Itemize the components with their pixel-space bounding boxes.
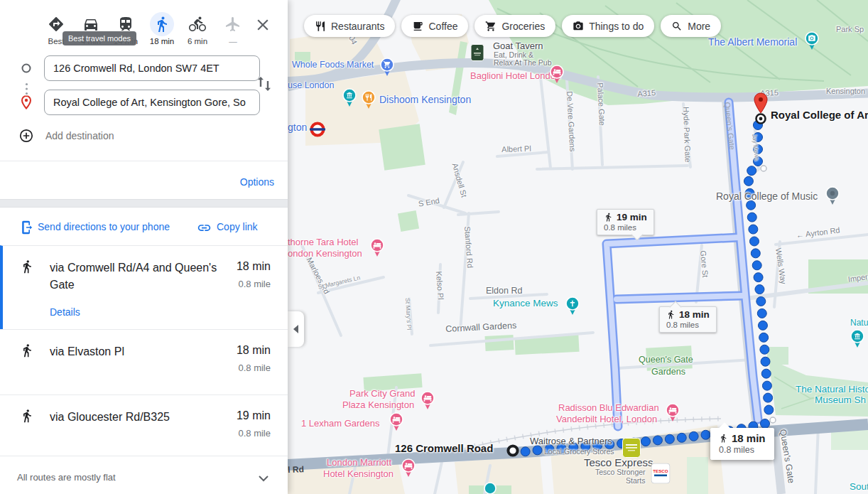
map-label: gton	[288, 122, 307, 133]
map-label: The Natural Histo	[796, 385, 868, 395]
section-divider	[0, 199, 288, 208]
map-label: Local Grocery Stores	[544, 448, 614, 456]
map-label: Hotel Kensington	[323, 469, 394, 479]
bike-icon	[185, 12, 210, 36]
teal-dot	[484, 482, 497, 494]
chip-more[interactable]: More	[661, 15, 721, 37]
route-time: 18 min	[237, 260, 271, 273]
map-label: Park City Grand	[349, 389, 415, 399]
map-route-badge-3[interactable]: 18 min0.8 miles	[710, 428, 774, 460]
tesco-logo: TESCO	[651, 463, 671, 487]
map-label: 126 Cromwell Road	[395, 443, 493, 455]
map-route-badge-2[interactable]: 18 min0.8 miles	[659, 306, 717, 333]
chip-restaurants[interactable]: Restaurants	[304, 15, 395, 37]
add-destination-button[interactable]: Add destination	[0, 125, 288, 148]
map-route-badge-1[interactable]: 19 min0.8 miles	[597, 209, 654, 235]
chip-label: Coffee	[428, 21, 457, 32]
map-label: Whole Foods Market	[292, 60, 374, 70]
send-directions-link[interactable]: Send directions to your phone	[38, 221, 170, 232]
route-time: 18 min	[237, 344, 271, 357]
routes-flat-label: All routes are mostly flat	[17, 472, 116, 483]
close-directions-button[interactable]	[254, 16, 272, 34]
map-label: Waitrose & Partners	[530, 436, 612, 446]
badge-distance: 0.8 miles	[719, 445, 766, 455]
copy-link-button[interactable]: Copy link	[217, 221, 258, 232]
route-distance: 0.8 mile	[238, 428, 271, 439]
badge-time: 18 min	[679, 309, 710, 320]
chip-label: More	[688, 21, 710, 32]
route-option-1[interactable]: via Cromwell Rd/A4 and Queen's Gate18 mi…	[0, 245, 288, 329]
bed-pin	[421, 391, 435, 413]
walk-icon	[719, 434, 728, 443]
options-link[interactable]: Options	[240, 176, 274, 188]
map-label: use London	[288, 81, 334, 91]
google-maps-directions-app: Whole Foods Marketuse LondonDishoom Kens…	[0, 0, 868, 494]
route-options-list: via Cromwell Rd/A4 and Queen's Gate18 mi…	[0, 245, 288, 458]
route-option-2[interactable]: via Elvaston Pl18 min0.8 mile	[0, 329, 288, 394]
chip-coffee[interactable]: Coffee	[401, 15, 468, 37]
mode-walk-button[interactable]: 18 min	[145, 12, 179, 45]
chip-label: Restaurants	[331, 21, 384, 32]
map-label: Tesco Stronger	[595, 468, 646, 477]
route-title: via Gloucester Rd/B325	[50, 409, 229, 426]
walk-icon	[604, 213, 613, 222]
map-label: Plaza Kensington	[342, 400, 414, 410]
walk-icon	[20, 409, 34, 426]
map-label: Natu	[850, 318, 868, 328]
camera-pin	[805, 31, 819, 53]
chevron-left-icon	[293, 325, 298, 333]
map-label: ondon Kensington	[288, 249, 362, 259]
chip-things-to-do[interactable]: Things to do	[562, 15, 654, 37]
map-label: Queen's Gate	[639, 355, 693, 365]
map-label: Museum Sh	[815, 395, 866, 406]
map-label: l Rd	[288, 465, 304, 475]
destination-pin-icon	[20, 95, 33, 112]
chip-label: Groceries	[501, 21, 545, 32]
map-label: Vanderbilt Hotel, London	[556, 414, 657, 424]
goat-logo	[471, 44, 484, 64]
gray-pin	[825, 186, 840, 208]
walk-icon	[20, 259, 34, 276]
map-label: Sout	[850, 482, 868, 493]
badge-time: 18 min	[732, 432, 766, 444]
send-row: Send directions to your phone Copy link	[0, 213, 288, 245]
route-distance: 0.8 mile	[238, 363, 271, 373]
bed-pin	[370, 238, 384, 260]
mode-flight-button[interactable]: —	[216, 12, 250, 45]
search-icon	[671, 21, 683, 32]
mode-label: 6 min	[180, 37, 215, 45]
target-icon	[755, 113, 767, 128]
map-label: Park Sp	[836, 25, 864, 33]
map-label: Dishoom Kensington	[379, 95, 471, 105]
routes-flat-footer[interactable]: All routes are mostly flat	[0, 456, 288, 494]
route-details-link[interactable]: Details	[50, 306, 80, 318]
origin-circle-icon	[21, 63, 32, 77]
destination-input[interactable]	[44, 90, 260, 115]
mode-label: 18 min	[145, 37, 179, 45]
badge-time: 19 min	[617, 212, 647, 222]
svg-text:TESCO: TESCO	[653, 468, 668, 473]
route-distance: 0.8 mile	[238, 279, 271, 289]
swap-locations-button[interactable]	[256, 74, 274, 95]
map-label: Baglioni Hotel London	[470, 71, 560, 81]
museum-pin	[850, 329, 864, 351]
mode-bike-button[interactable]: 6 min	[180, 12, 215, 45]
bed-pin	[401, 458, 416, 480]
bed-pin	[550, 65, 564, 87]
route-title: via Cromwell Rd/A4 and Queen's Gate	[50, 259, 229, 294]
map-label: London Marriott	[327, 458, 391, 468]
badge-distance: 0.8 miles	[604, 223, 647, 232]
best-modes-tooltip: Best travel modes	[63, 31, 136, 45]
map-label: St Mary's Pl	[404, 298, 413, 331]
bed-pin	[389, 412, 403, 434]
origin-input[interactable]	[44, 55, 260, 81]
map-label: Relax At The Pub	[494, 59, 552, 68]
map-label: Radisson Blu Edwardian	[558, 403, 659, 413]
route-option-3[interactable]: via Gloucester Rd/B32519 min0.8 mile	[0, 394, 288, 458]
add-destination-label: Add destination	[45, 130, 114, 141]
map-label: thorne Tara Hotel	[288, 237, 359, 247]
map-label: 1 Lexham Gardens	[301, 419, 380, 429]
collapse-panel-button[interactable]	[288, 311, 304, 347]
chip-groceries[interactable]: Groceries	[474, 15, 555, 37]
plus-circle-icon	[19, 129, 33, 146]
